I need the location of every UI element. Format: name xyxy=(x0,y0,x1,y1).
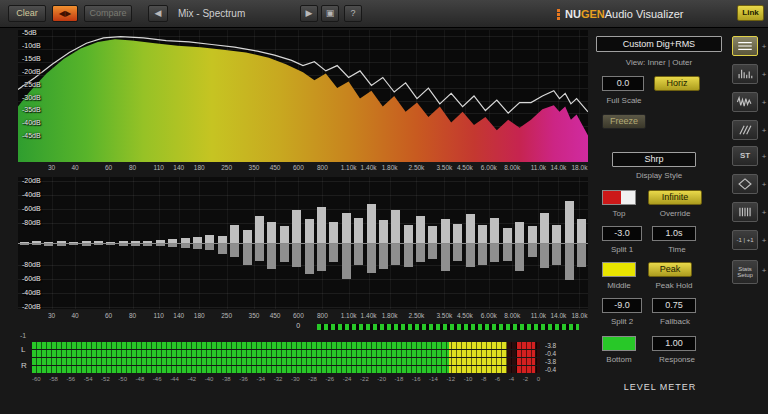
nugen-brand: NUGEN Audio Visualizer xyxy=(557,6,683,22)
freq-tick-label: 11.0k xyxy=(531,164,546,171)
snapshot-icon[interactable]: ▣ xyxy=(321,5,339,22)
meter-scale-label: -4 xyxy=(509,376,514,382)
freq-tick-label: 60 xyxy=(105,164,112,171)
histogram-view-button[interactable] xyxy=(732,64,758,84)
view-inner-outer-toggle[interactable]: View: Inner | Outer xyxy=(592,58,726,67)
freq-tick-label: 80 xyxy=(129,164,136,171)
meter-scale-label: -50 xyxy=(118,376,127,382)
waveform-view-button[interactable] xyxy=(732,92,758,112)
freq-tick-label: 4.50k xyxy=(457,164,473,171)
response-label: Response xyxy=(648,355,706,364)
freq-tick-label: 8.00k xyxy=(504,312,520,319)
bottom-color-swatch[interactable] xyxy=(602,336,636,351)
clear-button[interactable]: Clear xyxy=(8,5,46,22)
response-value[interactable]: 1.00 xyxy=(652,336,696,351)
meter-scale-label: -46 xyxy=(153,376,162,382)
correlation-meter: 0 xyxy=(18,322,588,332)
stereo-view-add-button[interactable]: + xyxy=(760,146,768,166)
meter-scale-label: -10 xyxy=(464,376,473,382)
db-tick-label: -40dB xyxy=(22,289,41,296)
freeze-button[interactable]: Freeze xyxy=(602,114,646,129)
stats-setup-add-button[interactable]: + xyxy=(760,260,768,280)
meter-bar xyxy=(32,366,540,373)
play-icon[interactable]: ▶ xyxy=(300,5,318,22)
meter-scale-label: 0 xyxy=(537,376,540,382)
middle-label: Middle xyxy=(592,281,646,290)
spectrum-display: -5dB-10dB-15dB-20dB-25dB-30dB-35dB-40dB-… xyxy=(18,30,588,162)
vectorscope-view-add-button[interactable]: + xyxy=(760,174,768,194)
db-tick-label: -20dB xyxy=(22,303,41,309)
meter-scale-label: -52 xyxy=(101,376,110,382)
help-button[interactable]: ? xyxy=(344,5,362,22)
compare-button[interactable]: Compare xyxy=(84,5,132,22)
split2-label: Split 2 xyxy=(592,317,652,326)
preset-label[interactable]: Mix - Spectrum xyxy=(178,8,245,19)
meter-scale-label: -58 xyxy=(49,376,58,382)
bars-view-icon xyxy=(734,204,756,220)
meter-bar xyxy=(32,350,540,357)
meter-scale-label: -34 xyxy=(256,376,265,382)
correlation-strip xyxy=(317,324,579,330)
meter-scale-label: -54 xyxy=(84,376,93,382)
spectrum-view-button[interactable] xyxy=(732,36,758,56)
spectrogram-view-add-button[interactable]: + xyxy=(760,120,768,140)
display-style-select[interactable]: Shrp xyxy=(612,152,696,167)
compare-swap-icon[interactable]: ◀▶ xyxy=(52,5,78,22)
bars-view-add-button[interactable]: + xyxy=(760,202,768,222)
freq-tick-label: 140 xyxy=(173,164,184,171)
split1-value[interactable]: -3.0 xyxy=(602,226,642,241)
freq-tick-label: 350 xyxy=(249,164,260,171)
meter-value-label: -0.4 xyxy=(545,366,575,373)
vectorscope-view-button[interactable] xyxy=(732,174,758,194)
freq-tick-label: 250 xyxy=(221,164,232,171)
freq-tick-label: 8.00k xyxy=(504,164,520,171)
spectrum-view-add-button[interactable]: + xyxy=(760,36,768,56)
meter-scale-label: -2 xyxy=(523,376,528,382)
peak-hold-label: Peak Hold xyxy=(642,281,706,290)
freq-tick-label: 11.0k xyxy=(531,312,546,319)
freq-tick-label: 450 xyxy=(270,312,281,319)
meter-scale-label: -28 xyxy=(308,376,317,382)
offset-range-add-button[interactable]: + xyxy=(760,230,768,250)
split2-value[interactable]: -9.0 xyxy=(602,298,642,313)
correlation-minus-one-label: -1 xyxy=(20,332,26,339)
freq-tick-label: 18.0k xyxy=(571,164,587,171)
freq-tick-label: 6.00k xyxy=(481,312,497,319)
override-infinite-button[interactable]: Infinite xyxy=(648,190,702,205)
split1-label: Split 1 xyxy=(592,245,652,254)
spectrogram-view-button[interactable] xyxy=(732,120,758,140)
freq-tick-label: 1.80k xyxy=(382,164,398,171)
meter-mode-select[interactable]: Custom Dig+RMS xyxy=(596,36,722,52)
peak-button[interactable]: Peak xyxy=(648,262,692,277)
fallback-value[interactable]: 0.75 xyxy=(652,298,696,313)
link-button[interactable]: Link xyxy=(737,5,764,21)
histogram-view-add-button[interactable]: + xyxy=(760,64,768,84)
db-tick-label: -45dB xyxy=(22,132,41,139)
time-value[interactable]: 1.0s xyxy=(652,226,696,241)
meter-bar xyxy=(32,358,540,365)
db-tick-label: -60dB xyxy=(22,275,41,282)
offset-range-button[interactable]: -1 | +1 xyxy=(732,230,758,250)
meter-scale-label: -40 xyxy=(205,376,214,382)
spectrum-view-icon xyxy=(734,38,756,54)
db-tick-label: -25dB xyxy=(22,81,41,88)
freq-tick-label: 180 xyxy=(194,164,205,171)
stats-setup-button[interactable]: Stats Setup xyxy=(732,260,758,284)
bars-view-button[interactable] xyxy=(732,202,758,222)
stereo-view-button[interactable]: ST xyxy=(732,146,758,166)
top-color-swatch[interactable] xyxy=(602,190,636,205)
freq-tick-label: 1.10k xyxy=(341,164,357,171)
freq-tick-label: 1.10k xyxy=(341,312,357,319)
freq-tick-label: 1.80k xyxy=(382,312,398,319)
middle-color-swatch[interactable] xyxy=(602,262,636,277)
freq-tick-label: 14.0k xyxy=(550,312,566,319)
db-tick-label: -60dB xyxy=(22,205,41,212)
prev-preset-icon[interactable]: ◀ xyxy=(148,5,168,22)
level-meter-block: -1 L R -3.8-0.4-3.8-0.4 -60-58-56-54-52-… xyxy=(18,334,588,392)
waveform-view-add-button[interactable]: + xyxy=(760,92,768,112)
full-scale-value[interactable]: 0.0 xyxy=(602,76,644,91)
horiz-button[interactable]: Horiz xyxy=(654,76,700,91)
brand-gen: GEN xyxy=(581,8,605,20)
freq-tick-label: 600 xyxy=(293,312,304,319)
brand-nu: NU xyxy=(565,8,581,20)
